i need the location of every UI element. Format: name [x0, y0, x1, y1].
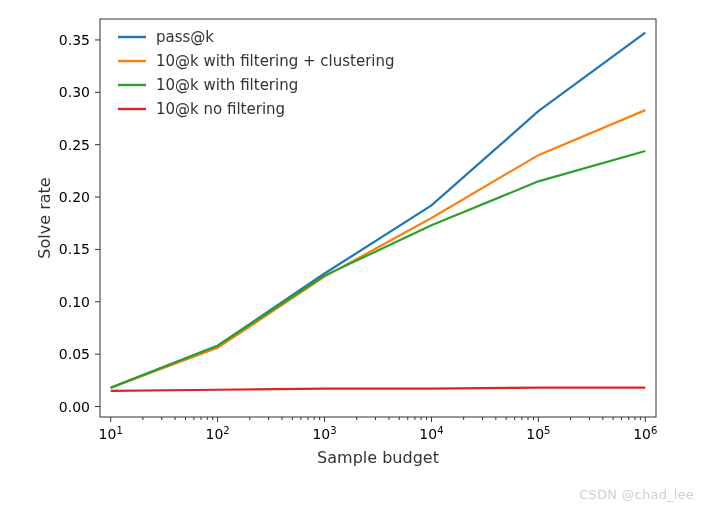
svg-text:0.20: 0.20	[59, 189, 90, 205]
series-line-1	[111, 110, 646, 388]
svg-text:106: 106	[633, 425, 657, 443]
svg-text:0.35: 0.35	[59, 32, 90, 48]
svg-text:104: 104	[419, 425, 443, 443]
svg-text:101: 101	[99, 425, 123, 443]
legend: pass@k10@k with filtering + clustering10…	[118, 28, 395, 118]
svg-text:103: 103	[312, 425, 336, 443]
watermark: CSDN @chad_lee	[579, 487, 694, 502]
line-chart: 0.000.050.100.150.200.250.300.3510110210…	[30, 5, 670, 475]
legend-label-1: 10@k with filtering + clustering	[156, 52, 395, 70]
y-axis-label: Solve rate	[35, 177, 54, 258]
svg-text:0.10: 0.10	[59, 294, 90, 310]
series-line-3	[111, 388, 646, 391]
legend-label-2: 10@k with filtering	[156, 76, 298, 94]
legend-label-0: pass@k	[156, 28, 214, 46]
svg-text:0.00: 0.00	[59, 399, 90, 415]
svg-text:102: 102	[206, 425, 230, 443]
x-axis-label: Sample budget	[317, 448, 439, 467]
svg-text:105: 105	[526, 425, 550, 443]
svg-text:0.25: 0.25	[59, 137, 90, 153]
svg-text:0.15: 0.15	[59, 241, 90, 257]
legend-label-3: 10@k no filtering	[156, 100, 285, 118]
series-line-2	[111, 151, 646, 388]
chart-container: 0.000.050.100.150.200.250.300.3510110210…	[30, 5, 670, 475]
svg-text:0.05: 0.05	[59, 346, 90, 362]
svg-text:0.30: 0.30	[59, 84, 90, 100]
